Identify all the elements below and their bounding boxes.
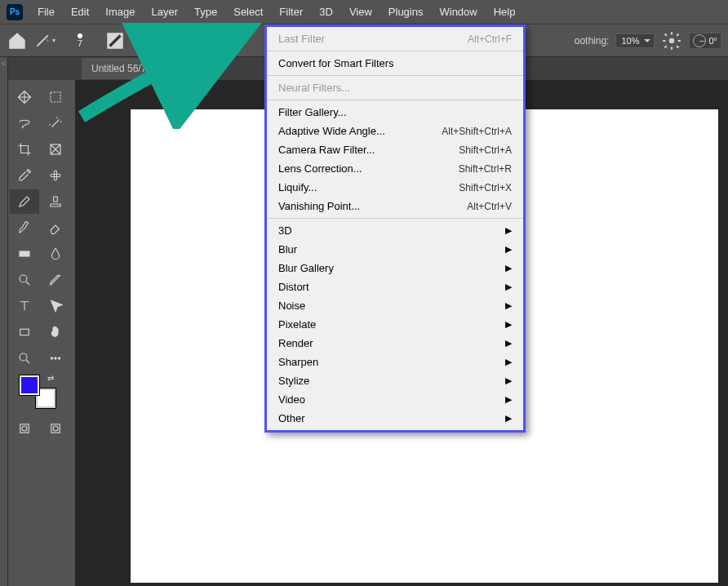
menu-item-other[interactable]: Other▶ (267, 409, 523, 428)
menu-plugins[interactable]: Plugins (380, 1, 432, 23)
svg-point-10 (51, 357, 52, 359)
menu-item-camera-raw-filter[interactable]: Camera Raw Filter...Shift+Ctrl+A (267, 140, 523, 159)
smoothing-value[interactable]: 10% (615, 33, 655, 48)
menu-item-distort[interactable]: Distort▶ (267, 277, 523, 296)
menu-item-blur[interactable]: Blur▶ (267, 240, 523, 259)
eyedropper-icon[interactable] (10, 163, 39, 188)
menubar: Ps FileEditImageLayerTypeSelectFilter3DV… (0, 0, 728, 24)
home-icon[interactable] (7, 30, 28, 51)
menu-item-vanishing-point[interactable]: Vanishing Point...Alt+Ctrl+V (267, 197, 523, 215)
menu-item-label: Blur Gallery (278, 262, 334, 274)
menu-separator (267, 100, 523, 100)
menu-item-sharpen[interactable]: Sharpen▶ (267, 353, 523, 371)
menu-item-label: 3D (278, 224, 292, 237)
tool-preset-icon[interactable]: ▾ (34, 30, 55, 51)
eraser-icon[interactable] (41, 215, 70, 240)
menu-item-last-filter: Last FilterAlt+Ctrl+F (267, 29, 523, 48)
menu-window[interactable]: Window (431, 1, 485, 23)
menu-layer[interactable]: Layer (144, 1, 187, 23)
menu-item-label: Render (278, 337, 313, 349)
menu-item-shortcut: Alt+Ctrl+F (468, 33, 512, 45)
menu-item-label: Camera Raw Filter... (278, 144, 375, 156)
svg-point-9 (20, 353, 27, 361)
menu-item-shortcut: Alt+Shift+Ctrl+A (442, 126, 512, 137)
svg-rect-8 (20, 329, 29, 335)
brush-size-preview[interactable]: 7 (62, 33, 98, 48)
toolbox: ⇄ (8, 80, 73, 447)
menu-item-filter-gallery[interactable]: Filter Gallery... (267, 103, 523, 122)
more-icon[interactable] (41, 346, 70, 371)
frame-icon[interactable] (41, 137, 70, 162)
foreground-color[interactable] (20, 375, 39, 395)
menu-item-label: Neural Filters... (278, 82, 350, 94)
menu-item-blur-gallery[interactable]: Blur Gallery▶ (267, 259, 523, 277)
menu-item-3d[interactable]: 3D▶ (267, 221, 523, 240)
menu-item-noise[interactable]: Noise▶ (267, 296, 523, 315)
menu-item-adaptive-wide-angle[interactable]: Adaptive Wide Angle...Alt+Shift+Ctrl+A (267, 122, 523, 140)
gear-icon[interactable] (661, 30, 682, 51)
menu-help[interactable]: Help (486, 1, 524, 23)
hand-icon[interactable] (41, 320, 70, 344)
menu-type[interactable]: Type (186, 1, 225, 23)
submenu-arrow-icon: ▶ (505, 394, 512, 405)
document-tab[interactable]: Untitled 56/7% (RGB/8#) * (82, 58, 215, 79)
svg-point-12 (58, 357, 60, 359)
menu-item-liquify[interactable]: Liquify...Shift+Ctrl+X (267, 178, 523, 197)
menu-item-convert-for-smart-filters[interactable]: Convert for Smart Filters (267, 54, 523, 73)
gradient-icon[interactable] (10, 242, 39, 266)
path-icon[interactable] (41, 294, 70, 318)
type-icon[interactable] (10, 294, 39, 318)
color-swatches[interactable]: ⇄ (20, 375, 55, 408)
swap-colors-icon[interactable]: ⇄ (47, 374, 54, 383)
menu-item-render[interactable]: Render▶ (267, 334, 523, 353)
rotate-control[interactable]: 0° (689, 33, 721, 49)
crop-icon[interactable] (10, 137, 39, 162)
menu-file[interactable]: File (29, 1, 63, 23)
pen-icon[interactable] (41, 268, 70, 292)
menu-filter[interactable]: Filter (271, 1, 311, 23)
lasso-icon[interactable] (10, 111, 39, 135)
dodge-icon[interactable] (10, 268, 39, 292)
marquee-icon[interactable] (41, 85, 70, 109)
brush-icon[interactable] (10, 215, 39, 240)
wand-icon[interactable] (41, 111, 70, 135)
menu-select[interactable]: Select (225, 1, 271, 23)
menu-item-lens-correction[interactable]: Lens Correction...Shift+Ctrl+R (267, 159, 523, 178)
menu-item-label: Last Filter (278, 33, 325, 45)
menu-view[interactable]: View (341, 1, 380, 23)
submenu-arrow-icon: ▶ (505, 357, 512, 367)
menu-image[interactable]: Image (97, 1, 143, 23)
rect-icon[interactable] (10, 320, 39, 344)
stamp-icon[interactable] (41, 189, 70, 214)
menu-item-label: Filter Gallery... (278, 106, 347, 118)
menu-item-shortcut: Shift+Ctrl+R (459, 163, 512, 175)
menu-item-neural-filters: Neural Filters... (267, 78, 523, 97)
menu-item-label: Other (278, 412, 305, 424)
zoom-icon[interactable] (10, 346, 39, 371)
brush-settings-icon[interactable] (104, 30, 126, 51)
svg-rect-15 (51, 424, 60, 433)
blur-icon[interactable] (41, 242, 70, 266)
submenu-arrow-icon: ▶ (505, 300, 512, 311)
menu-item-stylize[interactable]: Stylize▶ (267, 371, 523, 390)
healing-icon[interactable] (41, 163, 70, 188)
svg-point-1 (669, 38, 675, 43)
menu-edit[interactable]: Edit (63, 1, 97, 23)
svg-point-14 (22, 426, 27, 431)
submenu-arrow-icon: ▶ (505, 263, 512, 273)
app-logo: Ps (7, 4, 23, 20)
menu-item-label: Sharpen (278, 356, 318, 368)
menu-item-shortcut: Alt+Ctrl+V (467, 201, 512, 212)
quickmask-icon[interactable] (10, 416, 39, 441)
menu-separator (267, 75, 523, 76)
filter-menu-dropdown: Last FilterAlt+Ctrl+FConvert for Smart F… (264, 24, 526, 433)
svg-point-16 (53, 426, 58, 431)
menu-3d[interactable]: 3D (311, 1, 341, 23)
svg-rect-4 (51, 175, 60, 177)
screenmode-icon[interactable] (41, 416, 70, 441)
rotate-dial-icon (693, 34, 706, 47)
menu-item-video[interactable]: Video▶ (267, 390, 523, 409)
move-icon[interactable] (10, 85, 39, 109)
menu-item-pixelate[interactable]: Pixelate▶ (267, 315, 523, 334)
pencil-icon[interactable] (10, 189, 39, 214)
